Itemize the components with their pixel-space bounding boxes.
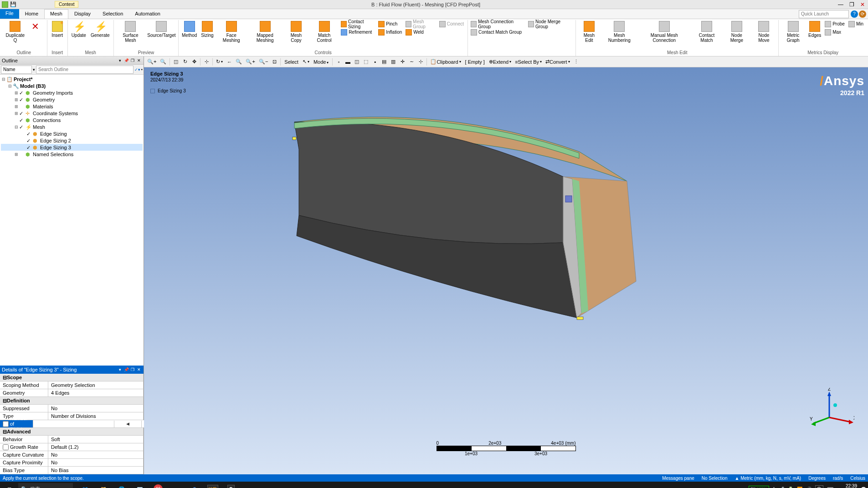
contact-sizing-button[interactable]: Contact Sizing — [340, 20, 376, 28]
filter-dropdown-icon[interactable]: ▾ — [33, 67, 35, 72]
tree-connections[interactable]: ✓⬢Connections — [1, 117, 143, 123]
qat-save-icon[interactable]: 💾 — [10, 1, 16, 7]
details-float-icon[interactable]: ❐ — [130, 367, 135, 372]
tray-volume-icon[interactable]: 🔊 — [806, 487, 812, 488]
taskbar-edge[interactable]: 🌐 — [113, 482, 130, 488]
taskbar-search[interactable]: 🔍 搜索 — [18, 483, 73, 488]
help-button[interactable]: ? — [851, 10, 858, 18]
details-scoping-method[interactable]: Scoping MethodGeometry Selection — [0, 381, 144, 389]
pinch-button[interactable]: Pinch — [377, 20, 404, 28]
mesh-connection-group-button[interactable]: Mesh Connection Group — [470, 20, 526, 28]
details-window-position-icon[interactable]: ▾ — [117, 367, 123, 372]
viewport-3d[interactable]: Edge Sizing 3 2024/7/13 22:39 Edge Sizin… — [144, 67, 868, 474]
triad[interactable]: Z X Y — [809, 388, 854, 433]
close-panel-icon[interactable]: ✕ — [136, 58, 142, 63]
edges-button[interactable]: Edges — [806, 20, 823, 39]
app-help-button[interactable]: ⟳ — [859, 10, 866, 18]
quick-launch-input[interactable] — [799, 10, 849, 18]
details-pin-icon[interactable]: 📌 — [123, 367, 129, 372]
sizing-button[interactable]: Sizing — [199, 20, 216, 39]
taskbar-wb[interactable]: WB — [204, 482, 221, 488]
start-button[interactable]: ⊞ — [0, 482, 18, 488]
tray-ime[interactable]: 中 — [815, 485, 823, 488]
node-merge-group-button[interactable]: Node Merge Group — [527, 20, 574, 28]
minimize-button[interactable]: — — [835, 0, 846, 9]
path-select-icon[interactable]: ∼ — [407, 58, 416, 66]
tree-mesh[interactable]: ⊟✓⚡Mesh — [1, 123, 143, 130]
max-button[interactable]: Max — [824, 28, 847, 36]
details-suppressed[interactable]: SuppressedNo — [0, 405, 144, 412]
node-merge-button[interactable]: Node Merge — [723, 20, 750, 44]
pan-icon[interactable]: ✥ — [190, 58, 198, 66]
tray-keyboard-icon[interactable]: ⌨ — [827, 487, 833, 488]
mesh-numbering-button[interactable]: Mesh Numbering — [601, 20, 637, 44]
insert-button[interactable]: ✦ Insert — [49, 20, 66, 39]
num-div-checkbox[interactable] — [3, 421, 9, 427]
node-select-icon[interactable]: ▪ — [371, 58, 379, 66]
prev-view-icon[interactable]: ← — [225, 58, 233, 66]
probe-button[interactable]: Probe — [824, 20, 847, 28]
taskbar-mail[interactable]: 📧 — [131, 482, 149, 488]
rotate-view-icon[interactable]: ↻ — [181, 58, 189, 66]
weld-button[interactable]: Weld — [405, 28, 437, 36]
tray-clock[interactable]: 22:39 2024/7/13 — [837, 483, 858, 488]
iso-view-icon[interactable]: ◫ — [172, 58, 180, 66]
connect-button[interactable]: Connect — [438, 20, 466, 28]
fit-icon[interactable]: 🔍+ — [146, 58, 158, 66]
tray-notifications-icon[interactable]: 💬 — [861, 487, 866, 488]
method-button[interactable]: Method — [180, 20, 198, 39]
zoom-in-icon[interactable]: 🔍+ — [244, 58, 256, 66]
details-advanced-header[interactable]: ⊟ Advanced — [0, 428, 144, 436]
details-bias[interactable]: Bias TypeNo Bias — [0, 467, 144, 474]
tree-materials[interactable]: ⊞⬢Materials — [1, 103, 143, 110]
tab-mesh[interactable]: Mesh — [44, 9, 68, 19]
generate-button[interactable]: ⚡ Generate — [89, 20, 112, 39]
details-growth-rate[interactable]: Growth RateDefault (1.2) — [0, 443, 144, 451]
details-close-icon[interactable]: ✕ — [136, 367, 142, 372]
outline-name-filter[interactable] — [1, 66, 32, 74]
select-pointer-icon[interactable]: ↖ — [301, 58, 311, 66]
coord-select-icon[interactable]: ✛ — [398, 58, 406, 66]
taskbar-explorer[interactable]: 📁 — [95, 482, 112, 488]
details-curvature[interactable]: Capture CurvatureNo — [0, 451, 144, 459]
tab-display[interactable]: Display — [68, 9, 97, 19]
float-icon[interactable]: ❐ — [130, 58, 135, 63]
taskbar-app-red[interactable]: 拍 — [149, 482, 167, 488]
match-control-button[interactable]: Match Control — [309, 20, 339, 44]
tab-automation[interactable]: Automation — [129, 9, 166, 19]
update-button[interactable]: ⚡ Update — [70, 20, 88, 39]
toolbar-more-icon[interactable]: ⋮ — [572, 58, 580, 66]
details-num-divisions[interactable]: Number of Divisions ◀ ▶ — [0, 420, 144, 428]
contact-match-button[interactable]: Contact Match — [691, 20, 722, 44]
delete-button[interactable]: ✕ — [29, 20, 45, 34]
xyz-select-icon[interactable]: ⊹ — [416, 58, 425, 66]
inflation-button[interactable]: Inflation — [377, 28, 404, 36]
mesh-copy-button[interactable]: Mesh Copy — [284, 20, 308, 44]
tree-edge-sizing-3[interactable]: ✓⬢Edge Sizing 3 — [1, 144, 143, 151]
min-button[interactable]: Min — [847, 20, 865, 28]
tray-chevron-icon[interactable]: ˄ — [773, 487, 775, 488]
taskbar-app-blue[interactable]: ⚙ — [186, 482, 203, 488]
details-definition-header[interactable]: ⊟ Definition — [0, 397, 144, 405]
spinner-decrease[interactable]: ◀ — [114, 421, 141, 427]
extend-dropdown[interactable]: ⊕Extend — [488, 58, 513, 66]
refinement-button[interactable]: Refinement — [340, 28, 376, 36]
taskbar-ie[interactable]: e — [168, 482, 185, 488]
tray-mic-icon[interactable]: 🎤 — [779, 487, 784, 488]
maximize-button[interactable]: ❐ — [846, 0, 857, 9]
growth-checkbox[interactable] — [3, 444, 9, 450]
tray-wifi-icon[interactable]: 📶 — [797, 487, 802, 488]
metric-graph-button[interactable]: Metric Graph — [781, 20, 806, 44]
tab-file[interactable]: File — [0, 9, 19, 19]
mode-dropdown[interactable]: Mode — [312, 59, 331, 65]
face-meshing-button[interactable]: Face Meshing — [216, 20, 247, 44]
manual-mesh-connection-button[interactable]: Manual Mesh Connection — [638, 20, 690, 44]
zoom-box-icon[interactable]: 🔍 — [234, 58, 243, 66]
tree-coord[interactable]: ⊞✓✛Coordinate Systems — [1, 110, 143, 117]
taskbar-people[interactable]: 👥 — [77, 482, 94, 488]
center-icon[interactable]: ⊹ — [202, 58, 211, 66]
vertex-select-icon[interactable]: ▫ — [334, 58, 343, 66]
tray-zoom[interactable]: 📷 100% — [749, 486, 769, 488]
tab-home[interactable]: Home — [19, 9, 44, 19]
convert-dropdown[interactable]: ⇄Convert — [544, 58, 571, 66]
